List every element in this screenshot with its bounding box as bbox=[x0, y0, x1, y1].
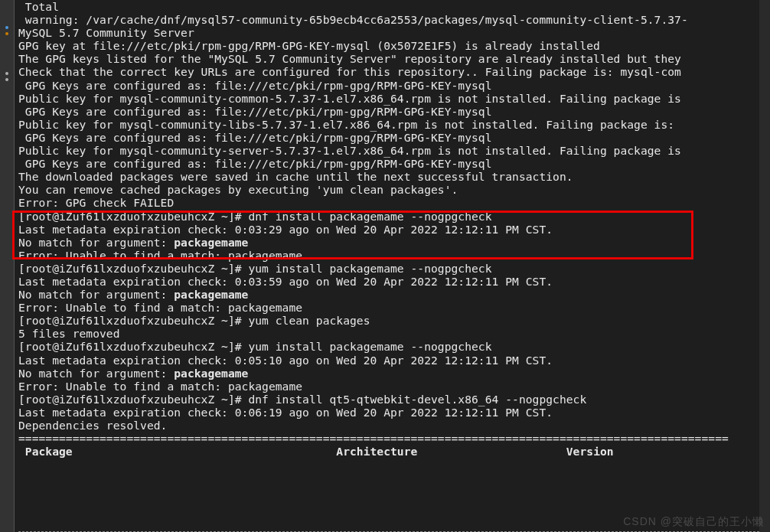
terminal-text: [root@iZuf61lxzduofxzubeuhcxZ ~]# yum in… bbox=[18, 340, 492, 353]
terminal-text: Public key for mysql-community-server-5.… bbox=[18, 144, 681, 157]
terminal-line: GPG Keys are configured as: file:///etc/… bbox=[18, 79, 770, 92]
terminal-line: GPG Keys are configured as: file:///etc/… bbox=[18, 105, 770, 118]
terminal-line: Public key for mysql-community-server-5.… bbox=[18, 144, 770, 157]
terminal-line: You can remove cached packages by execut… bbox=[18, 183, 770, 196]
terminal-line: MySQL 5.7 Community Server bbox=[18, 26, 770, 39]
terminal-text bbox=[417, 445, 566, 458]
terminal-text: No match for argument: bbox=[18, 367, 174, 380]
terminal-text: Error: GPG check FAILED bbox=[18, 196, 174, 209]
terminal-line: No match for argument: packagemame bbox=[18, 236, 770, 249]
terminal-line: The downloaded packages were saved in ca… bbox=[18, 170, 770, 183]
terminal-line: The GPG keys listed for the "MySQL 5.7 C… bbox=[18, 52, 770, 65]
terminal-text: The downloaded packages were saved in ca… bbox=[18, 170, 573, 183]
terminal-text: packagemame bbox=[174, 288, 248, 301]
terminal-line: No match for argument: packagemame bbox=[18, 367, 770, 380]
terminal-line: GPG key at file:///etc/pki/rpm-gpg/RPM-G… bbox=[18, 39, 770, 52]
terminal-text: packagemame bbox=[174, 367, 248, 380]
watermark-text: CSDN @突破自己的王小懒 bbox=[623, 515, 764, 529]
terminal-text: Total bbox=[18, 0, 59, 13]
terminal-text: Package bbox=[25, 445, 73, 458]
terminal-text: No match for argument: bbox=[18, 236, 174, 249]
terminal-text: Last metadata expiration check: 0:05:10 … bbox=[18, 354, 553, 367]
terminal-line: GPG Keys are configured as: file:///etc/… bbox=[18, 131, 770, 144]
terminal-text: [root@iZuf61lxzduofxzubeuhcxZ ~]# dnf in… bbox=[18, 210, 492, 223]
terminal-line: [root@iZuf61lxzduofxzubeuhcxZ ~]# yum cl… bbox=[18, 314, 770, 327]
terminal-line: Last metadata expiration check: 0:03:29 … bbox=[18, 223, 770, 236]
marker-dot bbox=[5, 26, 8, 29]
terminal-output[interactable]: Total warning: /var/cache/dnf/mysql57-co… bbox=[18, 0, 770, 458]
terminal-line: Dependencies resolved. bbox=[18, 419, 770, 432]
terminal-text: Error: Unable to find a match: packagema… bbox=[18, 380, 302, 393]
terminal-text: 5 files removed bbox=[18, 327, 120, 340]
terminal-line: 5 files removed bbox=[18, 327, 770, 340]
marker-dot bbox=[5, 72, 8, 75]
terminal-text: No match for argument: bbox=[18, 288, 174, 301]
terminal-line: Total bbox=[18, 0, 770, 13]
terminal-text: ========================================… bbox=[18, 432, 729, 445]
terminal-line: No match for argument: packagemame bbox=[18, 288, 770, 301]
terminal-text: packagemame bbox=[174, 236, 248, 249]
terminal-line: GPG Keys are configured as: file:///etc/… bbox=[18, 157, 770, 170]
terminal-text: The GPG keys listed for the "MySQL 5.7 C… bbox=[18, 52, 681, 65]
terminal-line: Error: GPG check FAILED bbox=[18, 196, 770, 209]
terminal-text: GPG Keys are configured as: file:///etc/… bbox=[18, 157, 492, 170]
terminal-text: GPG Keys are configured as: file:///etc/… bbox=[18, 105, 492, 118]
marker-dot bbox=[5, 78, 8, 81]
terminal-line: [root@iZuf61lxzduofxzubeuhcxZ ~]# yum in… bbox=[18, 340, 770, 353]
terminal-text bbox=[18, 445, 25, 458]
terminal-text: warning: /var/cache/dnf/mysql57-communit… bbox=[18, 13, 688, 26]
terminal-line: [root@iZuf61lxzduofxzubeuhcxZ ~]# dnf in… bbox=[18, 393, 770, 406]
terminal-text: GPG Keys are configured as: file:///etc/… bbox=[18, 79, 492, 92]
terminal-text: You can remove cached packages by execut… bbox=[18, 183, 458, 196]
terminal-line: Last metadata expiration check: 0:06:19 … bbox=[18, 406, 770, 419]
terminal-text: GPG Keys are configured as: file:///etc/… bbox=[18, 131, 492, 144]
terminal-line: Last metadata expiration check: 0:05:10 … bbox=[18, 354, 770, 367]
terminal-text: MySQL 5.7 Community Server bbox=[18, 26, 194, 39]
terminal-line: Public key for mysql-community-libs-5.7.… bbox=[18, 118, 770, 131]
terminal-line: Package Architecture Version bbox=[18, 445, 770, 458]
terminal-text: Error: Unable to find a match: packagema… bbox=[18, 301, 302, 314]
terminal-text: Last metadata expiration check: 0:03:59 … bbox=[18, 275, 553, 288]
terminal-text: GPG key at file:///etc/pki/rpm-gpg/RPM-G… bbox=[18, 39, 600, 52]
terminal-text: Last metadata expiration check: 0:03:29 … bbox=[18, 223, 553, 236]
terminal-text: Last metadata expiration check: 0:06:19 … bbox=[18, 406, 553, 419]
terminal-text: Architecture bbox=[336, 445, 417, 458]
terminal-text: Dependencies resolved. bbox=[18, 419, 167, 432]
scrollbar-track[interactable] bbox=[759, 0, 770, 532]
terminal-line: Error: Unable to find a match: packagema… bbox=[18, 301, 770, 314]
terminal-line: ========================================… bbox=[18, 432, 770, 445]
editor-gutter bbox=[0, 0, 15, 532]
terminal-text: Error: Unable to find a match: packagema… bbox=[18, 249, 302, 262]
marker-dot bbox=[5, 32, 8, 35]
terminal-text: [root@iZuf61lxzduofxzubeuhcxZ ~]# yum cl… bbox=[18, 314, 370, 327]
terminal-line: [root@iZuf61lxzduofxzubeuhcxZ ~]# dnf in… bbox=[18, 210, 770, 223]
terminal-text: Check that the correct key URLs are conf… bbox=[18, 65, 681, 78]
terminal-text: [root@iZuf61lxzduofxzubeuhcxZ ~]# dnf in… bbox=[18, 393, 586, 406]
terminal-text: Version bbox=[566, 445, 614, 458]
terminal-line: Check that the correct key URLs are conf… bbox=[18, 65, 770, 78]
terminal-line: [root@iZuf61lxzduofxzubeuhcxZ ~]# yum in… bbox=[18, 262, 770, 275]
terminal-text: Public key for mysql-community-libs-5.7.… bbox=[18, 118, 681, 131]
terminal-line: warning: /var/cache/dnf/mysql57-communit… bbox=[18, 13, 770, 26]
terminal-line: Error: Unable to find a match: packagema… bbox=[18, 249, 770, 262]
terminal-line: Public key for mysql-community-common-5.… bbox=[18, 92, 770, 105]
terminal-text bbox=[73, 445, 337, 458]
terminal-line: Error: Unable to find a match: packagema… bbox=[18, 380, 770, 393]
terminal-text: [root@iZuf61lxzduofxzubeuhcxZ ~]# yum in… bbox=[18, 262, 492, 275]
terminal-line: Last metadata expiration check: 0:03:59 … bbox=[18, 275, 770, 288]
terminal-text: Public key for mysql-community-common-5.… bbox=[18, 92, 681, 105]
